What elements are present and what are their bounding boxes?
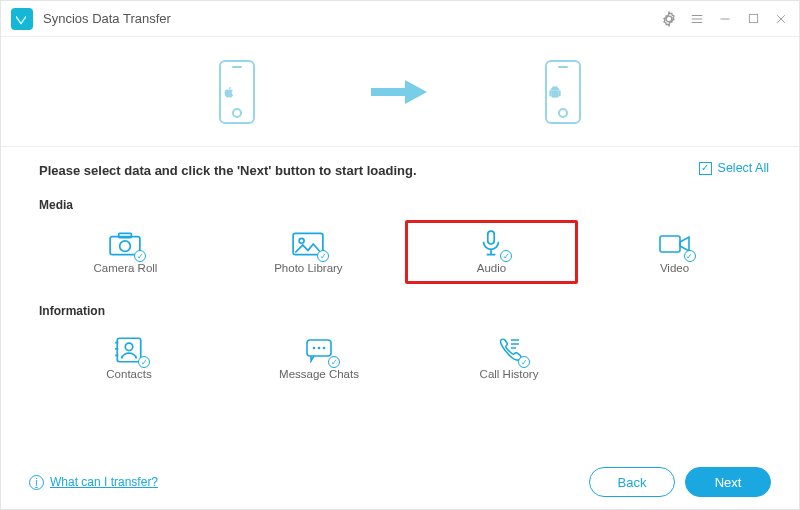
section-label-information: Information bbox=[39, 304, 761, 318]
item-audio[interactable]: ✓ Audio bbox=[405, 220, 578, 284]
svg-rect-2 bbox=[119, 233, 132, 237]
information-grid: ✓ Contacts ✓ Message Chats ✓ Call Histor… bbox=[39, 326, 761, 390]
back-button[interactable]: Back bbox=[589, 467, 675, 497]
android-icon bbox=[547, 84, 579, 100]
mic-icon: ✓ bbox=[474, 230, 508, 258]
item-call-history[interactable]: ✓ Call History bbox=[419, 326, 599, 390]
item-video[interactable]: ✓ Video bbox=[588, 220, 761, 284]
picture-icon: ✓ bbox=[291, 230, 325, 258]
titlebar: Syncios Data Transfer bbox=[1, 1, 799, 37]
content-area: Please select data and click the 'Next' … bbox=[1, 147, 799, 455]
item-label: Call History bbox=[480, 368, 539, 380]
arrow-right-icon bbox=[365, 76, 435, 108]
item-label: Message Chats bbox=[279, 368, 359, 380]
gear-icon[interactable] bbox=[661, 11, 677, 27]
item-photo-library[interactable]: ✓ Photo Library bbox=[222, 220, 395, 284]
svg-point-11 bbox=[313, 347, 316, 350]
svg-point-3 bbox=[120, 241, 131, 252]
phone-icon: ✓ bbox=[492, 336, 526, 364]
item-label: Contacts bbox=[106, 368, 151, 380]
back-label: Back bbox=[618, 475, 647, 490]
instruction-text: Please select data and click the 'Next' … bbox=[39, 163, 761, 178]
select-all-toggle[interactable]: ✓ Select All bbox=[699, 161, 769, 175]
media-grid: ✓ Camera Roll ✓ Photo Library ✓ Audio ✓ … bbox=[39, 220, 761, 284]
next-label: Next bbox=[715, 475, 742, 490]
chat-icon: ✓ bbox=[302, 336, 336, 364]
checkbox-icon: ✓ bbox=[699, 162, 712, 175]
ios-icon bbox=[221, 84, 253, 100]
svg-point-13 bbox=[323, 347, 326, 350]
info-icon: i bbox=[29, 475, 44, 490]
svg-rect-6 bbox=[488, 231, 494, 244]
menu-icon[interactable] bbox=[689, 11, 705, 27]
item-message-chats[interactable]: ✓ Message Chats bbox=[229, 326, 409, 390]
item-contacts[interactable]: ✓ Contacts bbox=[39, 326, 219, 390]
help-link[interactable]: i What can I transfer? bbox=[29, 475, 158, 490]
minimize-icon[interactable] bbox=[717, 11, 733, 27]
footer: i What can I transfer? Back Next bbox=[1, 455, 799, 509]
app-title: Syncios Data Transfer bbox=[43, 11, 171, 26]
svg-point-5 bbox=[300, 238, 305, 243]
next-button[interactable]: Next bbox=[685, 467, 771, 497]
svg-rect-0 bbox=[749, 14, 757, 22]
transfer-hero bbox=[1, 37, 799, 147]
item-label: Photo Library bbox=[274, 262, 342, 274]
contacts-icon: ✓ bbox=[112, 336, 146, 364]
app-logo-icon bbox=[11, 8, 33, 30]
section-label-media: Media bbox=[39, 198, 761, 212]
svg-rect-7 bbox=[660, 236, 680, 252]
item-label: Audio bbox=[477, 262, 506, 274]
camera-icon: ✓ bbox=[108, 230, 142, 258]
window-controls bbox=[661, 11, 789, 27]
item-camera-roll[interactable]: ✓ Camera Roll bbox=[39, 220, 212, 284]
source-device-icon bbox=[219, 60, 255, 124]
maximize-icon[interactable] bbox=[745, 11, 761, 27]
svg-point-12 bbox=[318, 347, 321, 350]
svg-point-9 bbox=[125, 343, 132, 350]
close-icon[interactable] bbox=[773, 11, 789, 27]
item-label: Video bbox=[660, 262, 689, 274]
select-all-label: Select All bbox=[718, 161, 769, 175]
target-device-icon bbox=[545, 60, 581, 124]
help-label: What can I transfer? bbox=[50, 475, 158, 489]
video-icon: ✓ bbox=[658, 230, 692, 258]
item-label: Camera Roll bbox=[94, 262, 158, 274]
